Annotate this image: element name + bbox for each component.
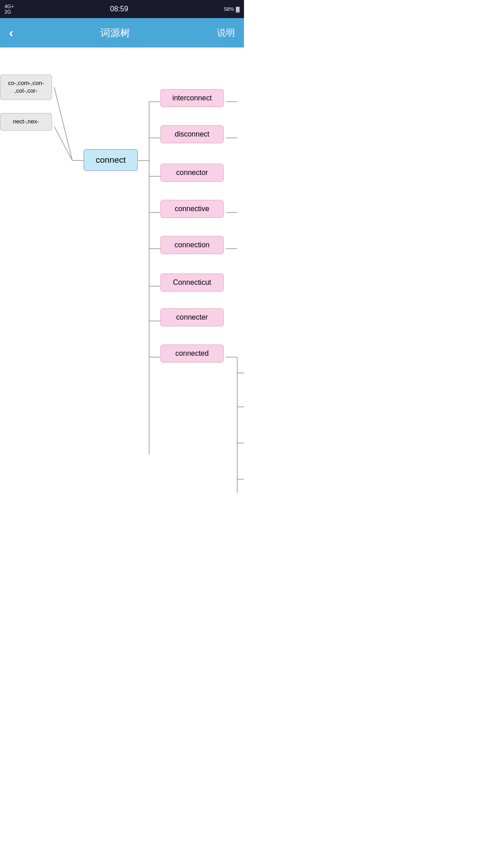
- child-connector[interactable]: connector: [160, 164, 224, 182]
- child-connecter[interactable]: connecter: [160, 308, 224, 326]
- prefix-co-con[interactable]: co-,com-,con-,col-,cor-: [0, 75, 52, 100]
- signal-4g: 4G+: [5, 4, 14, 9]
- signal-2g: 2G: [5, 9, 14, 14]
- back-button[interactable]: ‹: [9, 26, 13, 40]
- page-title: 词源树: [100, 26, 130, 40]
- prefix-nect-nex[interactable]: nect-,nex-: [0, 113, 52, 131]
- root-connect[interactable]: connect: [84, 149, 138, 171]
- signal-info: 4G+ 2G: [5, 4, 14, 14]
- child-connection[interactable]: connection: [160, 236, 224, 254]
- clock: 08:59: [110, 5, 128, 13]
- battery-info: 58% ▓: [224, 6, 239, 12]
- svg-line-0: [54, 87, 72, 160]
- child-connecticut[interactable]: Connecticut: [160, 274, 224, 292]
- tree-diagram: co-,com-,con-,col-,cor- nect-,nex- conne…: [0, 57, 244, 536]
- info-button[interactable]: 说明: [217, 27, 235, 39]
- child-interconnect[interactable]: interconnect: [160, 89, 224, 107]
- tree-container: co-,com-,con-,col-,cor- nect-,nex- conne…: [0, 47, 244, 545]
- svg-line-1: [54, 127, 72, 160]
- child-connected[interactable]: connected: [160, 344, 224, 363]
- header: ‹ 词源树 说明: [0, 18, 244, 47]
- battery-percent: 58%: [224, 6, 234, 12]
- battery-icon: ▓: [236, 6, 239, 12]
- child-connective[interactable]: connective: [160, 200, 224, 218]
- status-bar: 4G+ 2G 08:59 58% ▓: [0, 0, 244, 18]
- child-disconnect[interactable]: disconnect: [160, 125, 224, 143]
